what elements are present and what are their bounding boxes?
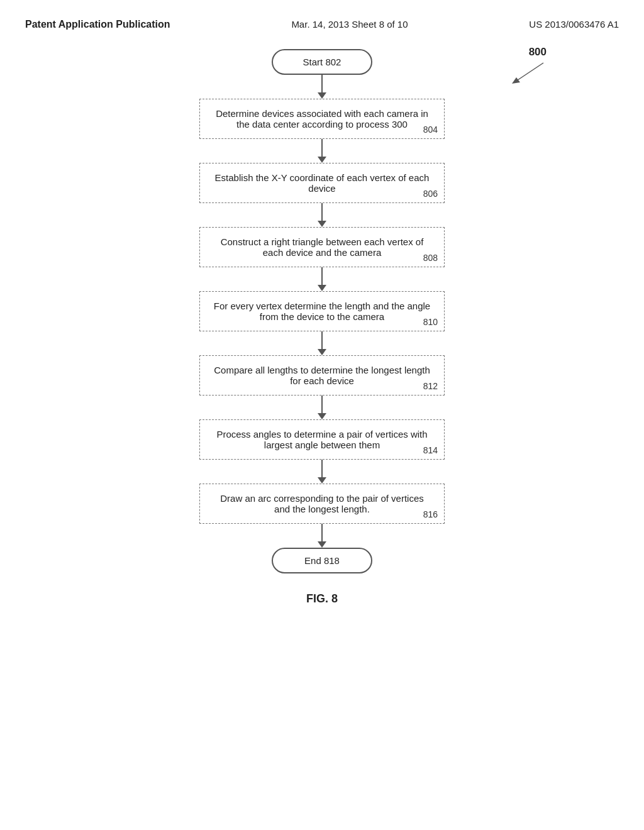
- header-right: US 2013/0063476 A1: [529, 19, 619, 30]
- arrow-head-7: [318, 541, 326, 548]
- step-816: Draw an arc corresponding to the pair of…: [199, 484, 445, 524]
- arrow-0: [318, 75, 326, 99]
- step-812-label: 812: [423, 381, 438, 391]
- step-814-text: Process angles to determine a pair of ve…: [216, 429, 427, 450]
- svg-marker-1: [512, 77, 520, 84]
- step-808: Construct a right triangle between each …: [199, 227, 445, 267]
- arrow-2: [318, 203, 326, 227]
- step-812: Compare all lengths to determine the lon…: [199, 355, 445, 396]
- arrow-line-4: [321, 331, 323, 349]
- arrow-line-2: [321, 203, 323, 221]
- start-node: Start 802: [272, 49, 372, 75]
- step-816-label: 816: [423, 509, 438, 519]
- diagram-label-800: 800: [529, 46, 547, 58]
- header-center: Mar. 14, 2013 Sheet 8 of 10: [291, 19, 408, 30]
- step-806-label: 806: [423, 189, 438, 199]
- arrow-5: [318, 396, 326, 419]
- step-812-text: Compare all lengths to determine the lon…: [214, 365, 430, 386]
- arrow-line-1: [321, 139, 323, 157]
- arrow-line-5: [321, 396, 323, 413]
- header: Patent Application Publication Mar. 14, …: [25, 19, 619, 30]
- arrow-head-2: [318, 221, 326, 227]
- arrow-6: [318, 460, 326, 484]
- arrow-line-6: [321, 460, 323, 477]
- arrow-line-3: [321, 267, 323, 285]
- arrow-head-4: [318, 349, 326, 355]
- arrow-head: [318, 92, 326, 99]
- arrow-head-6: [318, 477, 326, 484]
- header-left: Patent Application Publication: [25, 19, 170, 30]
- step-810-text: For every vertex determine the length an…: [214, 301, 430, 322]
- step-814-label: 814: [423, 445, 438, 455]
- step-814: Process angles to determine a pair of ve…: [199, 419, 445, 460]
- end-node: End 818: [272, 548, 372, 573]
- step-806: Establish the X-Y coordinate of each ver…: [199, 163, 445, 203]
- diagram-container: Start 802 800 Determine devices associat…: [25, 49, 619, 606]
- arrow-head-3: [318, 285, 326, 291]
- arrow-line: [321, 75, 323, 92]
- step-806-text: Establish the X-Y coordinate of each ver…: [215, 172, 430, 194]
- step-808-label: 808: [423, 253, 438, 263]
- step-810: For every vertex determine the length an…: [199, 291, 445, 331]
- page: Patent Application Publication Mar. 14, …: [0, 0, 644, 830]
- arrow-head-5: [318, 413, 326, 419]
- arrow-3: [318, 267, 326, 291]
- step-804: Determine devices associated with each c…: [199, 99, 445, 139]
- start-area: Start 802 800: [25, 49, 619, 75]
- arrow-1: [318, 139, 326, 163]
- step-808-text: Construct a right triangle between each …: [221, 236, 424, 258]
- arrow-line-7: [321, 524, 323, 541]
- arrow-4: [318, 331, 326, 355]
- step-810-label: 810: [423, 317, 438, 327]
- step-804-label: 804: [423, 124, 438, 135]
- svg-line-0: [515, 63, 543, 82]
- step-816-text: Draw an arc corresponding to the pair of…: [220, 493, 424, 514]
- fig-caption: FIG. 8: [306, 592, 338, 606]
- arrow-7: [318, 524, 326, 548]
- step-804-text: Determine devices associated with each c…: [216, 108, 428, 130]
- arrow-head-1: [318, 157, 326, 163]
- arrow-800-svg: [509, 60, 547, 85]
